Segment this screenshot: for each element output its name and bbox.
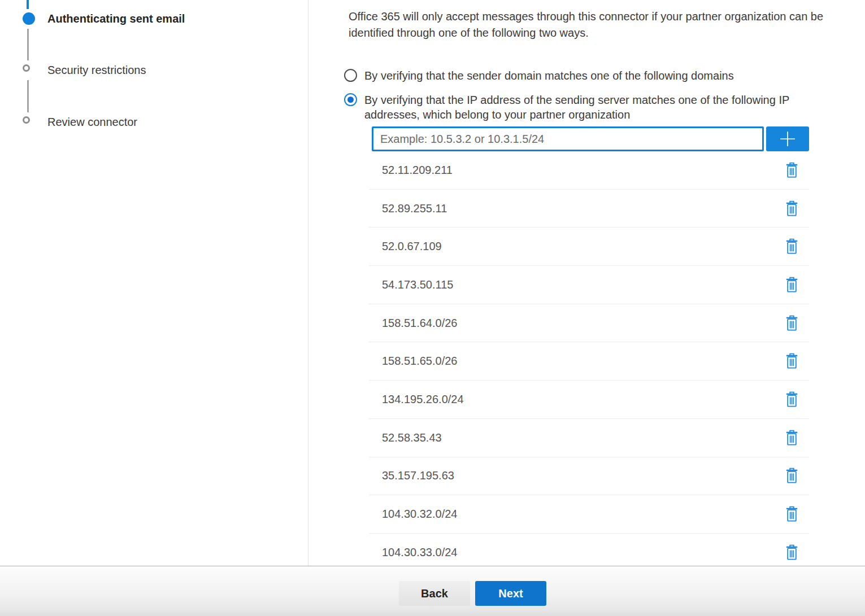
trash-icon bbox=[785, 315, 799, 331]
trash-icon bbox=[785, 238, 799, 255]
delete-ip-button[interactable] bbox=[782, 237, 801, 257]
ip-address-input[interactable] bbox=[372, 126, 764, 151]
ip-value: 52.58.35.43 bbox=[382, 431, 442, 444]
step-security-restrictions[interactable]: Security restrictions bbox=[47, 63, 146, 77]
ip-list-row: 52.0.67.109 bbox=[369, 228, 809, 266]
plus-icon bbox=[779, 130, 797, 148]
ip-list-row: 52.11.209.211 bbox=[369, 151, 809, 190]
ip-value: 54.173.50.115 bbox=[382, 278, 453, 291]
radio-selected-icon[interactable] bbox=[344, 93, 357, 106]
step-open-circle-icon bbox=[23, 64, 30, 72]
radio-option-label: By verifying that the sender domain matc… bbox=[364, 68, 734, 83]
delete-ip-button[interactable] bbox=[782, 274, 801, 295]
trash-icon bbox=[785, 200, 799, 217]
delete-ip-button[interactable] bbox=[782, 542, 801, 562]
delete-ip-button[interactable] bbox=[782, 466, 801, 486]
radio-unselected-icon[interactable] bbox=[344, 69, 357, 82]
delete-ip-button[interactable] bbox=[782, 160, 801, 180]
ip-value: 104.30.33.0/24 bbox=[382, 546, 457, 559]
step-review-connector[interactable]: Review connector bbox=[47, 115, 137, 129]
ip-list-row: 134.195.26.0/24 bbox=[369, 381, 809, 419]
trash-icon bbox=[785, 162, 799, 178]
connector-wizard-page: Authenticating sent email Security restr… bbox=[0, 0, 865, 616]
delete-ip-button[interactable] bbox=[782, 427, 801, 448]
ip-list-row: 52.89.255.11 bbox=[369, 190, 809, 228]
next-button[interactable]: Next bbox=[475, 581, 546, 606]
wizard-footer: Back Next bbox=[0, 566, 865, 616]
stepper-connector-completed bbox=[27, 0, 29, 9]
ip-value: 52.11.209.211 bbox=[382, 164, 453, 177]
radio-option-ip-address[interactable]: By verifying that the IP address of the … bbox=[344, 93, 822, 122]
ip-value: 52.89.255.11 bbox=[382, 202, 447, 215]
delete-ip-button[interactable] bbox=[782, 504, 801, 525]
delete-ip-button[interactable] bbox=[782, 351, 801, 372]
ip-value: 35.157.195.63 bbox=[382, 469, 454, 482]
step-open-circle-icon bbox=[23, 116, 30, 124]
trash-icon bbox=[785, 430, 799, 446]
trash-icon bbox=[785, 391, 799, 408]
trash-icon bbox=[785, 353, 799, 369]
radio-option-sender-domain[interactable]: By verifying that the sender domain matc… bbox=[344, 68, 734, 83]
ip-value: 158.51.64.0/26 bbox=[382, 317, 457, 330]
delete-ip-button[interactable] bbox=[782, 313, 801, 333]
intro-text: Office 365 will only accept messages thr… bbox=[349, 8, 865, 41]
ip-list-row: 54.173.50.115 bbox=[369, 266, 809, 304]
stepper-connector-line bbox=[27, 29, 29, 60]
stepper-connector-line bbox=[27, 80, 29, 112]
add-ip-button[interactable] bbox=[766, 126, 809, 151]
trash-icon bbox=[785, 544, 799, 561]
ip-value: 134.195.26.0/24 bbox=[382, 393, 464, 406]
ip-value: 104.30.32.0/24 bbox=[382, 508, 457, 521]
delete-ip-button[interactable] bbox=[782, 389, 801, 409]
trash-icon bbox=[785, 468, 799, 484]
sidebar-divider bbox=[308, 0, 308, 566]
ip-list-row: 158.51.64.0/26 bbox=[369, 304, 809, 343]
radio-option-label: By verifying that the IP address of the … bbox=[364, 93, 822, 122]
ip-list-row: 158.51.65.0/26 bbox=[369, 342, 809, 381]
back-button[interactable]: Back bbox=[399, 581, 470, 606]
ip-list-row: 35.157.195.63 bbox=[369, 457, 809, 496]
ip-value: 158.51.65.0/26 bbox=[382, 355, 457, 368]
trash-icon bbox=[785, 277, 799, 293]
ip-list-row: 52.58.35.43 bbox=[369, 419, 809, 457]
step-authenticating-sent-email[interactable]: Authenticating sent email bbox=[47, 12, 185, 25]
trash-icon bbox=[785, 506, 799, 522]
wizard-stepper: Authenticating sent email Security restr… bbox=[0, 0, 308, 566]
ip-value: 52.0.67.109 bbox=[382, 240, 442, 253]
step-active-circle-icon bbox=[23, 12, 35, 25]
ip-list: 52.11.209.211 52.89.255.11 52.0.67.109 bbox=[369, 151, 809, 572]
ip-list-row: 104.30.32.0/24 bbox=[369, 495, 809, 534]
delete-ip-button[interactable] bbox=[782, 198, 801, 219]
